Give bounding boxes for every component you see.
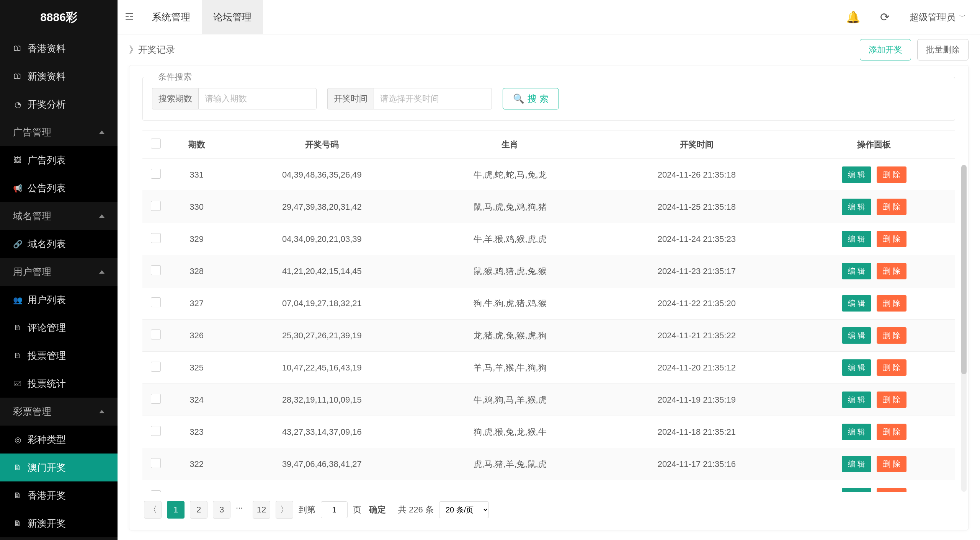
page-number-button[interactable]: 1	[167, 501, 185, 519]
cell-time: 2024-11-19 21:35:19	[600, 384, 793, 416]
table-row: 32625,30,27,26,21,39,19龙,猪,虎,兔,猴,虎,狗2024…	[142, 320, 955, 352]
cell-period: 327	[169, 287, 224, 320]
cell-zodiac: 猴,鼠,马,羊,兔,鸡,蛇	[420, 480, 600, 492]
search-fieldset: 条件搜索 搜索期数 开奖时间 🔍 搜 索	[142, 77, 955, 121]
page-number-button[interactable]: 3	[213, 501, 230, 519]
delete-button[interactable]: 删 除	[877, 488, 906, 492]
edit-button[interactable]: 编 辑	[842, 327, 872, 344]
user-name-label: 超级管理员	[910, 11, 956, 23]
cell-period: 325	[169, 352, 224, 384]
edit-button[interactable]: 编 辑	[842, 392, 872, 408]
row-checkbox[interactable]	[151, 233, 161, 243]
edit-button[interactable]: 编 辑	[842, 424, 872, 440]
edit-button[interactable]: 编 辑	[842, 263, 872, 279]
sidebar-group-label: 彩票管理	[13, 405, 51, 418]
row-checkbox[interactable]	[151, 169, 161, 179]
refresh-icon[interactable]: ⟳	[880, 10, 890, 24]
bell-icon[interactable]: 🔔	[846, 10, 860, 24]
row-checkbox[interactable]	[151, 201, 161, 211]
breadcrumb-row: 》开奖记录 添加开奖 批量删除	[118, 34, 980, 65]
edit-button[interactable]: 编 辑	[842, 359, 872, 376]
sidebar-item-label: 域名列表	[28, 238, 66, 250]
row-checkbox[interactable]	[151, 458, 161, 468]
edit-button[interactable]: 编 辑	[842, 199, 872, 215]
top-tab[interactable]: 系统管理	[140, 0, 202, 34]
sidebar-item-label: 用户列表	[28, 294, 66, 306]
edit-button[interactable]: 编 辑	[842, 166, 872, 183]
sidebar-item[interactable]: 👥用户列表	[0, 286, 118, 314]
row-checkbox[interactable]	[151, 297, 161, 307]
prev-page-button[interactable]: 〈	[144, 501, 162, 519]
sidebar-item[interactable]: 🔗域名列表	[0, 230, 118, 258]
sidebar-item[interactable]: 🗎评论管理	[0, 314, 118, 342]
delete-button[interactable]: 删 除	[877, 327, 906, 344]
delete-button[interactable]: 删 除	[877, 231, 906, 247]
delete-button[interactable]: 删 除	[877, 424, 906, 440]
time-label: 开奖时间	[327, 88, 374, 109]
delete-button[interactable]: 删 除	[877, 199, 906, 215]
edit-button[interactable]: 编 辑	[842, 488, 872, 492]
vertical-scrollbar[interactable]	[961, 165, 967, 492]
sidebar-item[interactable]: 🗠投票统计	[0, 370, 118, 398]
edit-button[interactable]: 编 辑	[842, 456, 872, 472]
th-zodiac: 生肖	[420, 131, 600, 159]
goto-page-input[interactable]	[321, 501, 348, 518]
row-checkbox[interactable]	[151, 426, 161, 436]
sidebar-item-label: 公告列表	[28, 182, 66, 194]
row-checkbox[interactable]	[151, 330, 161, 339]
sidebar-item[interactable]: ◎彩种类型	[0, 426, 118, 454]
page-number-button[interactable]: 2	[190, 501, 207, 519]
row-checkbox[interactable]	[151, 265, 161, 275]
cell-period: 329	[169, 223, 224, 255]
sidebar-item-label: 广告列表	[28, 154, 66, 166]
edit-button[interactable]: 编 辑	[842, 295, 872, 312]
sidebar-group-header[interactable]: 域名管理	[0, 202, 118, 230]
sidebar-item[interactable]: 🖼广告列表	[0, 146, 118, 174]
sidebar-group-header[interactable]: 广告管理	[0, 118, 118, 146]
goto-confirm-button[interactable]: 确定	[369, 504, 386, 516]
cell-time: 2024-11-22 21:35:20	[600, 287, 793, 320]
row-checkbox[interactable]	[151, 394, 161, 404]
edit-button[interactable]: 编 辑	[842, 231, 872, 247]
collapse-sidebar-button[interactable]: ☲	[118, 0, 140, 34]
select-all-checkbox[interactable]	[151, 139, 161, 148]
sidebar-item[interactable]: 🗎香港开奖	[0, 481, 118, 509]
cell-time: 2024-11-23 21:35:17	[600, 255, 793, 287]
sidebar-group-label: 域名管理	[13, 210, 51, 222]
page-ellipsis: ...	[236, 501, 247, 519]
page-size-select[interactable]: 20 条/页	[439, 501, 489, 518]
delete-button[interactable]: 删 除	[877, 295, 906, 312]
menu-icon: 🗎	[13, 463, 22, 472]
delete-button[interactable]: 删 除	[877, 263, 906, 279]
cell-zodiac: 牛,羊,猴,鸡,猴,虎,虎	[420, 223, 600, 255]
period-input[interactable]	[198, 88, 317, 109]
search-button[interactable]: 🔍 搜 索	[503, 88, 559, 109]
row-checkbox[interactable]	[151, 362, 161, 372]
sidebar-group-header[interactable]: 用户管理	[0, 258, 118, 286]
sidebar-item[interactable]: 🗎澳门开奖	[0, 454, 118, 481]
period-label: 搜索期数	[152, 88, 198, 109]
page-number-button[interactable]: 12	[253, 501, 270, 519]
time-input[interactable]	[374, 88, 492, 109]
sidebar-item[interactable]: ◔开奖分析	[0, 90, 118, 118]
add-draw-button[interactable]: 添加开奖	[860, 39, 911, 60]
sidebar-item[interactable]: 🗎新澳开奖	[0, 509, 118, 537]
sidebar-group-header[interactable]: 彩票管理	[0, 398, 118, 426]
table-row: 32133,17,35,10,38,20,36猴,鼠,马,羊,兔,鸡,蛇2024…	[142, 480, 955, 492]
bulk-delete-button[interactable]: 批量删除	[917, 39, 969, 60]
sidebar-item[interactable]: 🕮新澳资料	[0, 62, 118, 90]
next-page-button[interactable]: 〉	[276, 501, 293, 519]
row-checkbox[interactable]	[151, 490, 161, 492]
sidebar-item[interactable]: 📢公告列表	[0, 174, 118, 202]
sidebar-item[interactable]: 🗎投票管理	[0, 342, 118, 370]
cell-period: 331	[169, 159, 224, 191]
delete-button[interactable]: 删 除	[877, 456, 906, 472]
delete-button[interactable]: 删 除	[877, 359, 906, 376]
delete-button[interactable]: 删 除	[877, 392, 906, 408]
top-tab[interactable]: 论坛管理	[202, 0, 263, 34]
table-row: 32841,21,20,42,15,14,45鼠,猴,鸡,猪,虎,兔,猴2024…	[142, 255, 955, 287]
sidebar-item[interactable]: 🕮香港资料	[0, 34, 118, 62]
user-menu[interactable]: 超级管理员 ﹀	[910, 11, 969, 23]
delete-button[interactable]: 删 除	[877, 166, 906, 183]
table-body: 33104,39,48,36,35,26,49牛,虎,蛇,蛇,马,兔,龙2024…	[142, 159, 955, 492]
